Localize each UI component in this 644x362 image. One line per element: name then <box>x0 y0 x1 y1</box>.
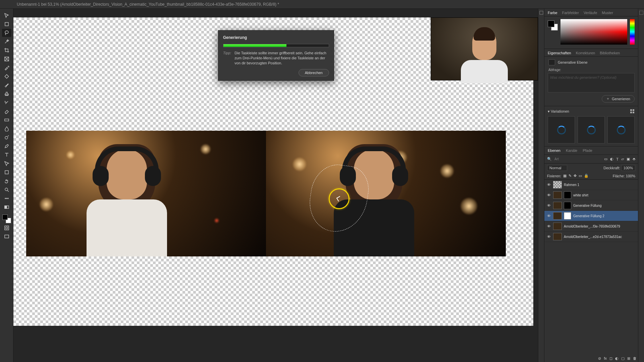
delete-layer-icon[interactable]: 🗑 <box>633 356 637 361</box>
grid-icon[interactable] <box>630 109 635 114</box>
quickmask-toggle[interactable] <box>2 224 11 232</box>
color-spectrum[interactable] <box>560 19 627 45</box>
variation-3[interactable] <box>607 116 635 143</box>
group-icon[interactable]: ▢ <box>621 356 625 361</box>
visibility-icon[interactable]: 👁 <box>546 214 551 218</box>
lasso-tool[interactable] <box>2 29 11 37</box>
crop-tool[interactable] <box>2 46 11 54</box>
visibility-icon[interactable]: 👁 <box>546 224 551 228</box>
layer-row[interactable]: 👁white shirt <box>544 190 638 200</box>
strip-icon-1[interactable] <box>639 11 643 15</box>
filter-pixel-icon[interactable]: ▭ <box>604 157 607 161</box>
eraser-tool[interactable] <box>2 107 11 115</box>
layer-row[interactable]: 👁Generative Füllung 2 <box>544 211 638 221</box>
lock-pixels-icon[interactable]: ✎ <box>569 174 572 178</box>
svg-rect-16 <box>540 11 543 14</box>
foreground-background-colors[interactable] <box>2 215 11 223</box>
generate-button[interactable]: Generieren <box>602 95 635 103</box>
layer-search[interactable] <box>554 157 601 161</box>
filter-toggle[interactable]: ⬘ <box>633 157 635 161</box>
shape-tool[interactable] <box>2 168 11 176</box>
tab-farbe[interactable]: Farbe <box>548 11 557 15</box>
generation-dialog: Generierung Tipp: Die Taskleiste sollte … <box>218 30 334 81</box>
tab-farbfelder[interactable]: Farbfelder <box>562 11 579 15</box>
layer-row[interactable]: 👁ArnoldOberleiter_...e2d-e17873a531ac <box>544 232 638 242</box>
lock-position-icon[interactable]: ✥ <box>574 174 577 178</box>
blur-tool[interactable] <box>2 125 11 133</box>
tab-pfade[interactable]: Pfade <box>583 148 592 153</box>
mask-thumb <box>564 212 571 220</box>
document-title: Unbenannt-1 bei 53,1% (ArnoldOberleiter_… <box>17 2 279 7</box>
color-swatch-pair[interactable] <box>548 20 558 31</box>
prompt-input[interactable]: Was möchtest du generieren? (Optional) <box>548 73 635 93</box>
move-tool[interactable] <box>2 11 11 19</box>
opacity-input[interactable]: 100% <box>621 165 635 171</box>
prompt-label: Abfrage: <box>544 68 638 72</box>
layer-thumb <box>553 223 562 230</box>
new-layer-icon[interactable]: ⊞ <box>627 356 630 361</box>
variation-1[interactable] <box>548 116 575 143</box>
zoom-tool[interactable] <box>2 186 11 194</box>
layer-name: Generative Füllung <box>573 204 636 207</box>
cancel-button[interactable]: Abbrechen <box>299 69 329 76</box>
blend-mode-select[interactable]: Normal <box>547 165 567 171</box>
adjustment-layer-icon[interactable]: ◐ <box>615 356 619 361</box>
layer-row[interactable]: 👁ArnoldOberleiter_...f3e-7658fe030679 <box>544 221 638 232</box>
tab-muster[interactable]: Muster <box>602 11 613 15</box>
pen-tool[interactable] <box>2 142 11 150</box>
webcam-overlay <box>431 17 538 80</box>
tab-verlaeufe[interactable]: Verläufe <box>584 11 597 15</box>
tab-ebenen[interactable]: Ebenen <box>548 148 560 153</box>
lock-all-icon[interactable]: 🔒 <box>584 174 589 178</box>
hand-tool[interactable] <box>2 177 11 185</box>
more-tools[interactable] <box>2 194 11 202</box>
heal-tool[interactable] <box>2 72 11 80</box>
sparkle-icon <box>606 97 610 101</box>
edit-mode-toggle[interactable] <box>2 203 11 211</box>
panel-dock-strip[interactable] <box>538 9 544 362</box>
layer-type-label: Generative Ebene <box>558 60 588 64</box>
history-brush-tool[interactable] <box>2 99 11 107</box>
layer-row[interactable]: 👁Rahmen 1 <box>544 180 638 190</box>
visibility-icon[interactable]: 👁 <box>546 193 551 197</box>
wand-tool[interactable] <box>2 38 11 46</box>
layer-row[interactable]: 👁Generative Füllung <box>544 200 638 211</box>
screenmode-toggle[interactable] <box>2 233 11 241</box>
hue-slider[interactable] <box>630 19 635 45</box>
layer-name: white shirt <box>573 193 636 197</box>
filter-adjust-icon[interactable]: ◐ <box>610 157 613 161</box>
visibility-icon[interactable]: 👁 <box>546 203 551 207</box>
tab-kanaele[interactable]: Kanäle <box>566 148 577 153</box>
canvas-area[interactable]: Generierung Tipp: Die Taskleiste sollte … <box>13 9 538 362</box>
filter-type-icon[interactable]: T <box>616 157 619 161</box>
path-tool[interactable] <box>2 160 11 168</box>
tab-bibliotheken[interactable]: Bibliotheken <box>600 51 620 55</box>
color-panel-tabs: Farbe Farbfelder Verläufe Muster <box>544 9 638 16</box>
gradient-tool[interactable] <box>2 116 11 124</box>
frame-tool[interactable] <box>2 55 11 63</box>
eyedropper-tool[interactable] <box>2 64 11 72</box>
properties-panel: Generative Ebene Abfrage: Was möchtest d… <box>544 57 638 106</box>
visibility-icon[interactable]: 👁 <box>546 235 551 239</box>
tab-korrekturen[interactable]: Korrekturen <box>576 51 595 55</box>
brush-tool[interactable] <box>2 81 11 89</box>
filter-shape-icon[interactable]: ▱ <box>621 157 624 161</box>
layer-fx-icon[interactable]: fx <box>604 356 607 361</box>
link-layers-icon[interactable]: ⊘ <box>598 356 601 361</box>
dodge-tool[interactable] <box>2 133 11 141</box>
far-right-strip <box>638 9 644 362</box>
type-tool[interactable] <box>2 151 11 159</box>
lock-artboard-icon[interactable]: ▭ <box>579 174 582 178</box>
svg-point-8 <box>5 198 6 199</box>
stamp-tool[interactable] <box>2 90 11 98</box>
search-icon[interactable]: 🔍 <box>547 157 552 161</box>
filter-smart-icon[interactable]: ▣ <box>627 157 630 161</box>
artboard-tool[interactable] <box>2 20 11 28</box>
fill-input[interactable]: 100% <box>626 174 635 178</box>
variation-2[interactable] <box>578 116 605 143</box>
layer-mask-icon[interactable]: ◻ <box>609 356 612 361</box>
tab-eigenschaften[interactable]: Eigenschaften <box>548 51 571 55</box>
lock-transparency-icon[interactable]: ▦ <box>563 174 567 178</box>
visibility-icon[interactable]: 👁 <box>546 183 551 187</box>
svg-point-5 <box>5 136 8 139</box>
